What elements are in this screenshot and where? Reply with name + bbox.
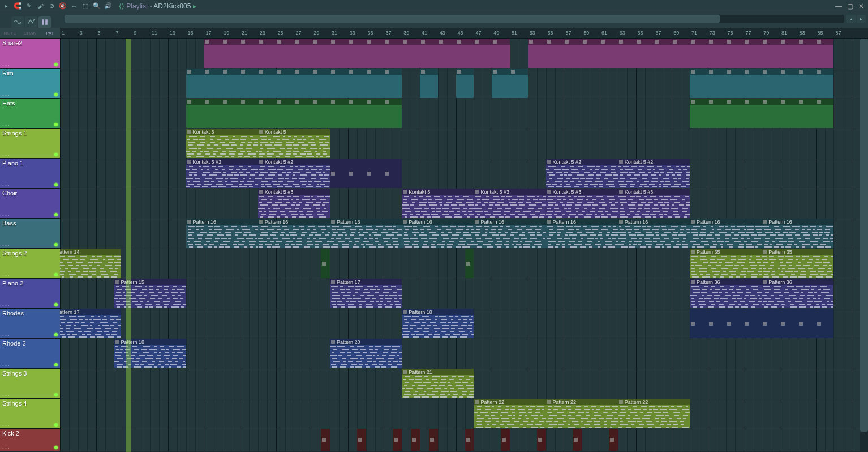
scroll-left-btn[interactable]: ◂ xyxy=(846,15,856,23)
mute-icon[interactable]: 🔇 xyxy=(59,2,67,10)
clip[interactable] xyxy=(465,249,474,278)
tab-automation[interactable] xyxy=(25,16,37,28)
clip[interactable] xyxy=(690,69,833,98)
close-icon[interactable]: ✕ xyxy=(857,2,866,11)
slip-icon[interactable]: ↔ xyxy=(70,2,78,10)
clip[interactable] xyxy=(429,429,438,451)
clip[interactable] xyxy=(330,159,402,188)
clip[interactable]: Pattern 22 xyxy=(546,399,618,428)
clip[interactable]: Pattern 16 xyxy=(186,219,258,248)
clip[interactable]: Pattern 17 xyxy=(60,309,121,338)
tab-wave[interactable] xyxy=(11,16,24,28)
clip[interactable]: Pattern 20 xyxy=(330,339,402,368)
clip[interactable] xyxy=(420,39,492,68)
clip[interactable]: Pattern 16 xyxy=(762,219,833,248)
track-led[interactable] xyxy=(54,393,58,396)
clip[interactable]: Pattern 22 xyxy=(474,399,545,428)
track-header[interactable]: Rhode 2. . . xyxy=(0,339,60,369)
track-led[interactable] xyxy=(54,423,58,427)
arrangement-grid[interactable]: Kontakt 5Kontakt 5Kontakt 5 #2Kontakt 5 … xyxy=(60,39,868,452)
clip[interactable] xyxy=(456,69,474,98)
clip[interactable]: Kontakt 5 #2 xyxy=(258,159,330,188)
clip[interactable] xyxy=(186,69,402,98)
clip[interactable]: Kontakt 5 xyxy=(186,129,258,158)
magnet-icon[interactable]: 🧲 xyxy=(14,2,22,10)
playback-icon[interactable]: 🔊 xyxy=(104,2,112,10)
track-header[interactable]: Rim. . . xyxy=(0,69,60,99)
slice-icon[interactable]: ⊘ xyxy=(48,2,55,10)
clip[interactable] xyxy=(492,39,510,68)
track-header[interactable]: Kick 2. . . xyxy=(0,429,60,451)
track-led[interactable] xyxy=(54,63,58,66)
track-led[interactable] xyxy=(54,153,58,156)
minimize-icon[interactable]: — xyxy=(834,2,843,11)
clip[interactable]: Pattern 16 xyxy=(474,219,545,248)
clip[interactable] xyxy=(420,69,438,98)
scroll-thumb-v[interactable] xyxy=(860,39,868,432)
track-header[interactable]: Rhodes. . . xyxy=(0,309,60,339)
track-header[interactable]: Piano 2. . . xyxy=(0,279,60,309)
clip[interactable]: Kontakt 5 #3 xyxy=(618,189,690,218)
track-header[interactable]: Piano 1. . . xyxy=(0,159,60,189)
clip[interactable]: Pattern 16 xyxy=(402,219,474,248)
scroll-thumb-h[interactable] xyxy=(65,15,720,23)
clip[interactable]: Pattern 35 xyxy=(690,249,762,278)
clip[interactable]: Kontakt 5 #2 xyxy=(546,159,618,188)
scroll-right-btn[interactable]: ▸ xyxy=(857,15,866,23)
track-led[interactable] xyxy=(54,93,58,96)
track-header[interactable]: Strings 2. . . xyxy=(0,249,60,279)
clip[interactable]: Pattern 36 xyxy=(690,279,762,308)
brush-icon[interactable]: 🖌 xyxy=(36,2,44,10)
pencil-icon[interactable]: ✎ xyxy=(25,2,33,10)
track-header[interactable]: Strings 4. . . xyxy=(0,399,60,429)
clip[interactable]: Pattern 36 xyxy=(762,279,833,308)
clip[interactable] xyxy=(492,69,528,98)
clip[interactable]: Pattern 16 xyxy=(258,219,330,248)
clip[interactable] xyxy=(204,39,276,68)
track-led[interactable] xyxy=(54,303,58,306)
clip[interactable] xyxy=(528,39,708,68)
clip[interactable] xyxy=(393,429,402,451)
track-header[interactable]: Snare2. . . xyxy=(0,39,60,69)
mode-pat[interactable]: PAT xyxy=(40,28,60,38)
clip[interactable]: Pattern 16 xyxy=(330,219,402,248)
clip[interactable] xyxy=(573,429,582,451)
track-header[interactable]: Hats. . . xyxy=(0,99,60,129)
scroll-vertical[interactable] xyxy=(860,39,868,452)
track-header[interactable]: Choir. . . xyxy=(0,189,60,219)
clip[interactable]: Pattern 21 xyxy=(402,369,474,398)
zoom-icon[interactable]: 🔍 xyxy=(93,2,101,10)
clip[interactable] xyxy=(186,99,402,128)
track-led[interactable] xyxy=(54,333,58,336)
clip[interactable]: Pattern 14 xyxy=(60,249,121,278)
scroll-horizontal[interactable] xyxy=(65,15,844,23)
track-header[interactable]: Strings 1. . . xyxy=(0,129,60,159)
track-header[interactable]: Bass. . . xyxy=(0,219,60,249)
tab-pattern[interactable] xyxy=(38,16,51,28)
clip[interactable]: Kontakt 5 #2 xyxy=(186,159,258,188)
menu-icon[interactable]: ▸ xyxy=(2,2,10,10)
timeline-ruler[interactable]: 1357911131517192123252729313335373941434… xyxy=(60,28,868,38)
track-led[interactable] xyxy=(54,213,58,216)
track-led[interactable] xyxy=(54,273,58,276)
mode-note[interactable]: NOTE xyxy=(0,28,20,38)
clip[interactable]: Kontakt 5 xyxy=(402,189,474,218)
clip[interactable]: Pattern 17 xyxy=(330,279,402,308)
clip[interactable] xyxy=(708,39,780,68)
clip[interactable] xyxy=(690,99,833,128)
clip[interactable]: Pattern 16 xyxy=(618,219,690,248)
track-header[interactable]: Strings 3. . . xyxy=(0,369,60,399)
clip[interactable]: Pattern 16 xyxy=(546,219,618,248)
clip[interactable]: Pattern 16 xyxy=(690,219,762,248)
mode-chan[interactable]: CHAN xyxy=(20,28,40,38)
clip[interactable] xyxy=(321,429,330,451)
track-led[interactable] xyxy=(54,183,58,186)
clip[interactable]: Kontakt 5 #2 xyxy=(618,159,690,188)
clip[interactable]: Pattern 18 xyxy=(402,309,474,338)
clip[interactable] xyxy=(411,429,420,451)
clip[interactable] xyxy=(501,429,510,451)
maximize-icon[interactable]: ▢ xyxy=(845,2,854,11)
clip[interactable] xyxy=(357,429,366,451)
clip[interactable]: Pattern 18 xyxy=(114,339,186,368)
select-icon[interactable]: ⬚ xyxy=(81,2,89,10)
